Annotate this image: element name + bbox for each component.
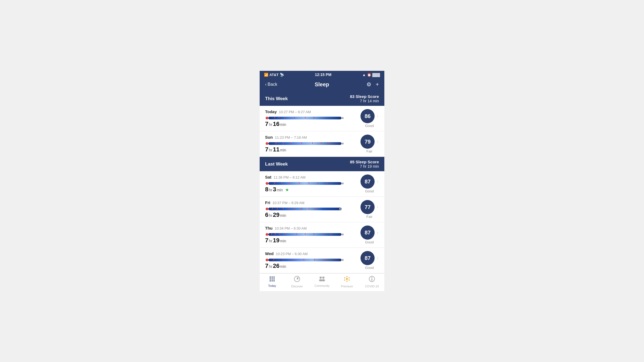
- today-sleep-bar: [265, 116, 344, 120]
- status-right: ▲ ⏰ ▓▓▓: [362, 73, 380, 77]
- back-label: Back: [268, 82, 277, 87]
- wed-bar-start: [266, 259, 268, 261]
- fri-rating: Fair: [366, 215, 372, 219]
- sleep-entry-sun[interactable]: Sun 11:23 PM – 7:18 AM: [260, 131, 384, 157]
- svg-point-12: [322, 277, 324, 279]
- this-week-header: This Week 83 Sleep Score 7 hr 14 min: [260, 91, 384, 106]
- thu-bar-start: [266, 233, 268, 236]
- sat-rating: Good: [365, 189, 374, 193]
- svg-point-11: [320, 277, 322, 279]
- svg-point-16: [346, 276, 347, 277]
- svg-point-7: [272, 280, 273, 281]
- svg-point-6: [270, 280, 271, 281]
- wed-bar-track: [268, 259, 342, 261]
- sleep-entry-thu[interactable]: Thu 10:34 PM – 6:30 AM: [260, 222, 384, 248]
- alarm-icon: ⏰: [367, 73, 371, 77]
- sleep-entry-today[interactable]: Today 10:27 PM – 6:27 AM: [260, 106, 384, 131]
- entry-today-right: 86 › Good: [360, 109, 379, 128]
- entry-sat-header: Sat 11:36 PM – 8:12 AM: [265, 175, 360, 179]
- settings-icon[interactable]: ⚙: [366, 81, 371, 88]
- svg-point-1: [272, 277, 273, 278]
- entry-today-left: Today 10:27 PM – 6:27 AM: [265, 109, 360, 128]
- this-week-avg: 7 hr 14 min: [350, 99, 379, 103]
- tab-covid19[interactable]: COVID-19: [364, 276, 380, 288]
- entry-thu-right: 87 › Good: [360, 226, 379, 244]
- sun-dur-min: 11: [273, 146, 279, 153]
- premium-tab-icon: [344, 276, 350, 284]
- entry-wed-time: 10:23 PM – 6:30 AM: [276, 252, 308, 256]
- last-week-header: Last Week 85 Sleep Score 7 hr 19 min: [260, 157, 384, 171]
- sun-bar-start: [266, 142, 268, 145]
- tab-discover[interactable]: Discover: [289, 276, 305, 288]
- wed-rating: Good: [365, 266, 374, 270]
- svg-point-5: [273, 278, 275, 280]
- entry-thu-time: 10:34 PM – 6:30 AM: [275, 226, 307, 230]
- sleep-entry-wed[interactable]: Wed 10:23 PM – 6:30 AM: [260, 248, 384, 273]
- carrier-label: AT&T: [269, 73, 279, 77]
- sleep-entry-fri[interactable]: Fri 10:37 PM – 6:29 AM: [260, 197, 384, 222]
- nav-icons: ⚙ +: [366, 81, 379, 88]
- sat-bar-start: [266, 182, 268, 185]
- today-bar-track: [268, 117, 342, 119]
- thu-chevron-icon: ›: [377, 230, 378, 235]
- sat-duration: 8 hr 3 min ★: [265, 186, 360, 193]
- battery-icon: ▓▓▓: [372, 73, 380, 77]
- entry-thu-header: Thu 10:34 PM – 6:30 AM: [265, 226, 360, 230]
- location-icon: ▲: [362, 73, 366, 77]
- content-scroll: This Week 83 Sleep Score 7 hr 14 min Tod…: [260, 91, 384, 273]
- fri-score-inner: 77 ›: [360, 200, 378, 214]
- fri-chevron-icon: ›: [377, 205, 378, 209]
- thu-duration: 7 hr 19 min: [265, 237, 360, 244]
- add-icon[interactable]: +: [376, 81, 379, 88]
- discover-tab-icon: [294, 276, 300, 284]
- back-button[interactable]: ‹ Back: [265, 82, 277, 87]
- entry-wed-day: Wed: [265, 251, 273, 256]
- entry-sun-day: Sun: [265, 135, 273, 139]
- tab-community[interactable]: Community: [314, 276, 330, 288]
- svg-point-19: [346, 281, 347, 282]
- thu-sleep-bar: [265, 232, 344, 237]
- signal-icon: 📶: [264, 73, 268, 77]
- today-tab-icon: [269, 276, 275, 283]
- svg-point-21: [344, 277, 345, 278]
- fri-bar-track: [268, 208, 342, 210]
- entry-sun-left: Sun 11:23 PM – 7:18 AM: [265, 135, 360, 153]
- sleep-entry-sat[interactable]: Sat 11:36 PM – 8:12 AM: [260, 171, 384, 197]
- star-icon: ★: [285, 187, 289, 192]
- fri-dur-hr: 6: [265, 211, 268, 218]
- entry-sun-time: 11:23 PM – 7:18 AM: [275, 135, 307, 139]
- thu-bar-track: [268, 233, 342, 236]
- sat-score-badge: 87: [360, 174, 375, 189]
- wed-score-inner: 87 ›: [360, 251, 378, 265]
- wed-sleep-bar: [265, 258, 344, 262]
- thu-bar-end: [342, 234, 344, 236]
- svg-point-20: [344, 280, 345, 281]
- svg-point-18: [349, 280, 350, 281]
- entry-wed-right: 87 › Good: [360, 251, 379, 270]
- sun-score-badge: 79: [360, 135, 375, 149]
- sun-duration: 7 hr 11 min: [265, 146, 360, 153]
- phone-container: 📶 AT&T 📡 12:15 PM ▲ ⏰ ▓▓▓ ‹ Back Sleep ⚙…: [260, 71, 384, 291]
- sat-bar-end: [342, 183, 344, 185]
- sun-dur-hr: 7: [265, 146, 268, 153]
- svg-point-3: [270, 278, 271, 280]
- svg-point-4: [272, 278, 273, 280]
- thu-dur-min: 19: [273, 237, 279, 244]
- tab-today[interactable]: Today: [264, 276, 280, 288]
- tab-premium[interactable]: Premium: [339, 276, 355, 288]
- entry-sun-right: 79 › Fair: [360, 135, 379, 153]
- entry-sat-time: 11:36 PM – 8:12 AM: [273, 175, 305, 179]
- thu-rating: Good: [365, 240, 374, 244]
- sun-chevron-icon: ›: [377, 139, 378, 144]
- today-dur-min: 16: [273, 120, 279, 128]
- back-chevron-icon: ‹: [265, 82, 266, 87]
- community-tab-icon: [318, 276, 326, 283]
- svg-point-14: [322, 279, 325, 281]
- svg-point-2: [273, 277, 275, 278]
- entry-wed-header: Wed 10:23 PM – 6:30 AM: [265, 251, 360, 256]
- entry-sat-day: Sat: [265, 175, 271, 179]
- entry-sat-left: Sat 11:36 PM – 8:12 AM: [265, 175, 360, 193]
- fri-bar-start: [266, 208, 268, 210]
- wed-dur-hr: 7: [265, 262, 268, 269]
- svg-point-0: [270, 277, 271, 278]
